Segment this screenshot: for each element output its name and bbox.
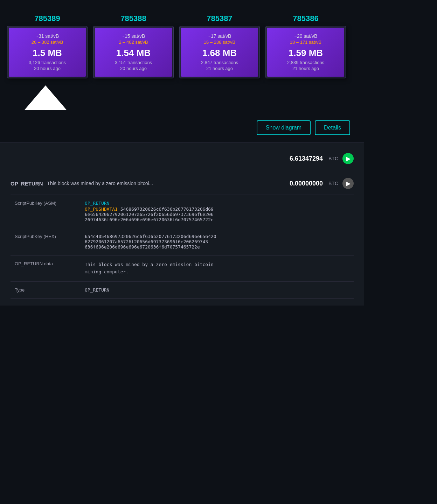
block-outer-1: ~15 sat/vB 2 – 402 sat/vB 1.54 MB 3,151 … [93,26,174,78]
block-inner-2: ~17 sat/vB 16 – 288 sat/vB 1.68 MB 2,847… [181,28,258,77]
output-btc-amount: 6.61347294 [290,155,323,162]
time-ago-3: 21 hours ago [271,66,340,71]
op-return-data-row: OP_RETURN data This block was mined by a… [11,255,354,282]
sat-rate-1: ~15 sat/vB [99,33,168,39]
tx-detail-section: 6.61347294 BTC ▶ OP_RETURN This block wa… [0,142,364,306]
op-return-badge: OP_RETURN [11,181,43,187]
block-number-1: 785388 [120,14,146,23]
scriptpubkey-asm-row: ScriptPubKey (ASM) OP_RETURN OP_PUSHDATA… [11,195,354,228]
time-ago-2: 21 hours ago [185,66,254,71]
scriptpubkey-hex-value: 6a4c405468697320626c6f636b20776173206d69… [81,228,354,255]
asm-op-pushdata-keyword: OP_PUSHDATA1 [85,206,118,212]
action-buttons-row: Show diagram Details [0,110,364,142]
op-return-currency: BTC [328,181,338,186]
tx-count-1: 3,151 transactions [99,60,168,65]
op-return-amount: 0.00000000 [290,180,323,187]
output-amount-row: 6.61347294 BTC ▶ [11,149,354,170]
block-number-0: 785389 [34,14,60,23]
type-value: OP_RETURN [81,281,354,298]
block-inner-3: ~20 sat/vB 18 – 171 sat/vB 1.59 MB 2,839… [267,28,344,77]
op-return-right: 0.00000000 BTC ▶ [290,178,354,189]
block-outer-2: ~17 sat/vB 16 – 288 sat/vB 1.68 MB 2,847… [179,26,260,78]
blocks-section: 785389 ~31 sat/vB 26 – 302 sat/vB 1.5 MB… [0,0,364,110]
block-outer-0: ~31 sat/vB 26 – 302 sat/vB 1.5 MB 3,126 … [7,26,88,78]
scriptpubkey-asm-value: OP_RETURN OP_PUSHDATA1 5468697320626c6f6… [81,195,354,228]
script-data-table: ScriptPubKey (ASM) OP_RETURN OP_PUSHDATA… [11,195,354,299]
op-return-arrow-icon: ▶ [346,180,350,187]
scriptpubkey-hex-label: ScriptPubKey (HEX) [11,228,81,255]
time-ago-1: 20 hours ago [99,66,168,71]
asm-op-return-keyword: OP_RETURN [85,201,349,206]
block-card-2[interactable]: 785387 ~17 sat/vB 16 – 288 sat/vB 1.68 M… [179,14,260,78]
arrow-section [7,78,357,110]
block-card-3[interactable]: 785386 ~20 sat/vB 18 – 171 sat/vB 1.59 M… [265,14,346,78]
output-arrow-button[interactable]: ▶ [342,153,354,164]
tx-count-2: 2,847 transactions [185,60,254,65]
op-return-row: OP_RETURN This block was mined by a zero… [11,174,354,195]
block-number-3: 785386 [293,14,318,23]
type-row: Type OP_RETURN [11,281,354,298]
block-card-1[interactable]: 785388 ~15 sat/vB 2 – 402 sat/vB 1.54 MB… [93,14,174,78]
output-btc-label: BTC [328,156,338,161]
op-return-left: OP_RETURN This block was mined by a zero… [11,181,153,187]
sat-rate-0: ~31 sat/vB [13,33,82,39]
scriptpubkey-hex-row: ScriptPubKey (HEX) 6a4c405468697320626c6… [11,228,354,255]
details-button[interactable]: Details [315,120,350,135]
sat-rate-3: ~20 sat/vB [271,33,340,39]
op-return-data-value: This block was mined by a zero emission … [81,255,354,282]
block-size-2: 1.68 MB [185,48,254,58]
type-value-text: OP_RETURN [85,287,109,293]
block-size-1: 1.54 MB [99,48,168,58]
block-inner-1: ~15 sat/vB 2 – 402 sat/vB 1.54 MB 3,151 … [95,28,172,77]
block-number-2: 785387 [207,14,232,23]
block-outer-3: ~20 sat/vB 18 – 171 sat/vB 1.59 MB 2,839… [265,26,346,78]
block-inner-0: ~31 sat/vB 26 – 302 sat/vB 1.5 MB 3,126 … [9,28,86,77]
op-return-arrow-button[interactable]: ▶ [342,178,354,189]
type-label: Type [11,281,81,298]
sat-range-0: 26 – 302 sat/vB [13,40,82,45]
sat-range-1: 2 – 402 sat/vB [99,40,168,45]
block-size-0: 1.5 MB [13,48,82,58]
op-return-message: This block was mined by a zero emission … [47,181,153,186]
show-diagram-button[interactable]: Show diagram [257,120,311,135]
blocks-row: 785389 ~31 sat/vB 26 – 302 sat/vB 1.5 MB… [7,14,357,78]
triangle-arrow-icon [25,85,67,110]
tx-count-0: 3,126 transactions [13,60,82,65]
sat-rate-2: ~17 sat/vB [185,33,254,39]
sat-range-2: 16 – 288 sat/vB [185,40,254,45]
arrow-right-icon: ▶ [346,155,350,162]
block-size-3: 1.59 MB [271,48,340,58]
sat-range-3: 18 – 171 sat/vB [271,40,340,45]
op-return-data-label: OP_RETURN data [11,255,81,282]
op-return-data-text: This block was mined by a zero emission … [85,262,214,274]
tx-count-3: 2,839 transactions [271,60,340,65]
time-ago-0: 20 hours ago [13,66,82,71]
block-card-0[interactable]: 785389 ~31 sat/vB 26 – 302 sat/vB 1.5 MB… [7,14,88,78]
scriptpubkey-asm-label: ScriptPubKey (ASM) [11,195,81,228]
